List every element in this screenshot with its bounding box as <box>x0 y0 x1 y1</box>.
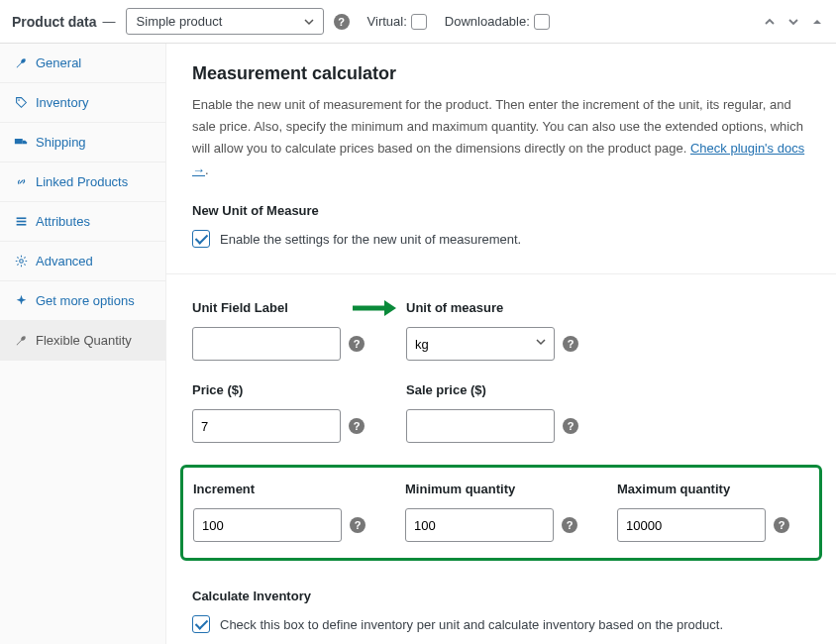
calc-inventory-row: Check this box to define inventory per u… <box>192 615 810 633</box>
help-icon[interactable]: ? <box>350 517 366 533</box>
panel-flexible-quantity: Measurement calculator Enable the new un… <box>166 44 836 644</box>
help-icon[interactable]: ? <box>349 336 365 352</box>
svg-rect-1 <box>15 139 23 144</box>
svg-point-5 <box>19 260 23 264</box>
calc-inventory-checkbox[interactable] <box>192 615 210 633</box>
min-qty-input[interactable] <box>405 508 554 542</box>
header-controls <box>763 15 824 29</box>
header-dash: — <box>103 14 116 29</box>
calc-inventory-label: Calculate Inventory <box>192 589 810 603</box>
downloadable-label: Downloadable: <box>445 14 530 29</box>
move-down-icon[interactable] <box>786 15 800 29</box>
price-input[interactable] <box>192 409 341 443</box>
tab-label: Shipping <box>36 135 86 150</box>
product-type-select[interactable]: Simple product <box>126 8 324 35</box>
row-unit: Unit Field Label ? Unit of measure kg <box>192 300 810 361</box>
tab-get-more-options[interactable]: Get more options <box>0 281 165 321</box>
svg-rect-3 <box>16 221 26 223</box>
collapse-icon[interactable] <box>810 15 824 29</box>
tab-flexible-quantity[interactable]: Flexible Quantity <box>0 321 165 361</box>
gear-icon <box>14 255 28 268</box>
row-quantity: Increment ? Minimum quantity ? Maximum q… <box>193 482 809 542</box>
product-type-value: Simple product <box>137 14 223 29</box>
help-icon[interactable]: ? <box>562 517 577 533</box>
tab-label: General <box>36 55 81 70</box>
unit-field-label: Unit Field Label <box>192 300 365 315</box>
tab-general[interactable]: General <box>0 44 165 83</box>
virtual-option[interactable]: Virtual: <box>367 14 427 30</box>
product-data-header: Product data — Simple product ? Virtual:… <box>0 0 836 44</box>
panel-heading: Measurement calculator <box>192 63 810 84</box>
field-sale-price: Sale price ($) ? <box>406 382 578 443</box>
sale-price-input[interactable] <box>406 409 555 443</box>
svg-point-0 <box>18 99 20 101</box>
list-icon <box>14 215 28 228</box>
tab-label: Advanced <box>36 254 93 268</box>
link-icon <box>14 175 28 188</box>
wrench-icon <box>14 334 28 347</box>
enable-unit-label: Enable the settings for the new unit of … <box>220 232 521 247</box>
price-label: Price ($) <box>192 382 365 397</box>
tab-label: Flexible Quantity <box>36 333 132 348</box>
product-data-body: General Inventory Shipping Linked Produc… <box>0 44 836 644</box>
tab-linked-products[interactable]: Linked Products <box>0 162 165 202</box>
downloadable-checkbox[interactable] <box>534 14 550 30</box>
chevron-down-icon <box>303 16 315 28</box>
unit-field-input[interactable] <box>192 327 341 361</box>
max-qty-label: Maximum quantity <box>617 482 789 496</box>
svg-rect-4 <box>16 224 26 226</box>
svg-rect-2 <box>16 217 26 219</box>
truck-icon <box>14 136 28 149</box>
field-price: Price ($) ? <box>192 382 365 443</box>
virtual-checkbox[interactable] <box>411 14 427 30</box>
help-icon[interactable]: ? <box>563 418 578 434</box>
max-qty-input[interactable] <box>617 508 766 542</box>
row-price: Price ($) ? Sale price ($) ? <box>192 382 810 443</box>
tab-shipping[interactable]: Shipping <box>0 123 165 162</box>
help-icon[interactable]: ? <box>349 418 365 434</box>
sidebar: General Inventory Shipping Linked Produc… <box>0 44 166 644</box>
unit-of-measure-label: Unit of measure <box>406 300 578 315</box>
virtual-label: Virtual: <box>367 14 407 29</box>
header-title: Product data <box>12 14 97 30</box>
field-increment: Increment ? <box>193 482 366 542</box>
sparkle-icon <box>14 294 28 307</box>
calc-inventory-check-label: Check this box to define inventory per u… <box>220 617 723 632</box>
tag-icon <box>14 96 28 109</box>
help-icon[interactable]: ? <box>334 14 350 30</box>
increment-input[interactable] <box>193 508 342 542</box>
enable-unit-checkbox[interactable] <box>192 230 210 248</box>
tab-inventory[interactable]: Inventory <box>0 83 165 123</box>
highlight-box: Increment ? Minimum quantity ? Maximum q… <box>180 465 822 561</box>
tab-label: Get more options <box>36 293 135 308</box>
sale-price-label: Sale price ($) <box>406 382 578 397</box>
wrench-icon <box>14 56 28 69</box>
downloadable-option[interactable]: Downloadable: <box>445 14 550 30</box>
help-icon[interactable]: ? <box>774 517 789 533</box>
new-unit-section-label: New Unit of Measure <box>192 203 810 218</box>
panel-description: Enable the new unit of measurement for t… <box>192 94 810 181</box>
move-up-icon[interactable] <box>763 15 777 29</box>
field-max-qty: Maximum quantity ? <box>617 482 789 542</box>
tab-label: Attributes <box>36 214 90 229</box>
separator <box>166 273 836 274</box>
unit-of-measure-select[interactable]: kg <box>406 327 555 361</box>
tab-advanced[interactable]: Advanced <box>0 242 165 281</box>
field-min-qty: Minimum quantity ? <box>405 482 577 542</box>
field-unit-label: Unit Field Label ? <box>192 300 365 361</box>
increment-label: Increment <box>193 482 366 496</box>
enable-unit-row: Enable the settings for the new unit of … <box>192 230 810 248</box>
tab-attributes[interactable]: Attributes <box>0 202 165 242</box>
tab-label: Inventory <box>36 95 88 110</box>
field-unit-of-measure: Unit of measure kg ? <box>406 300 578 361</box>
arrow-right-icon <box>351 298 398 318</box>
min-qty-label: Minimum quantity <box>405 482 577 496</box>
help-icon[interactable]: ? <box>563 336 578 352</box>
tab-label: Linked Products <box>36 174 128 189</box>
